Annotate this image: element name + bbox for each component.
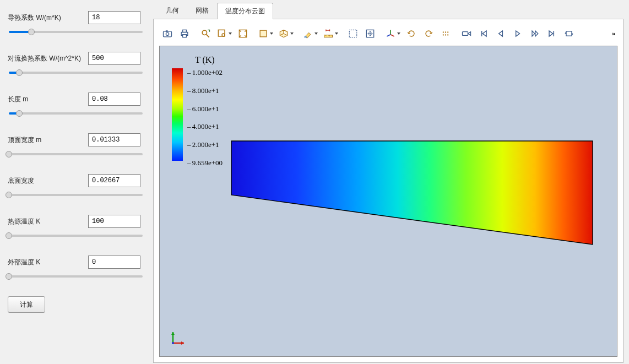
print-icon[interactable]: [176, 26, 193, 41]
clear-scene-icon[interactable]: [300, 26, 320, 41]
svg-rect-8: [218, 30, 225, 36]
param-label: 长度 m: [8, 95, 88, 104]
legend-tick: 1.000e+02: [187, 68, 223, 77]
param-input[interactable]: [88, 93, 140, 106]
compute-button[interactable]: 计算: [8, 296, 45, 313]
param-slider[interactable]: [8, 231, 145, 240]
param-input[interactable]: [88, 11, 140, 24]
svg-rect-11: [260, 30, 267, 37]
svg-marker-23: [231, 141, 593, 245]
param-block: 顶面宽度 m: [8, 133, 145, 159]
svg-rect-5: [183, 35, 187, 37]
param-input[interactable]: [88, 215, 140, 228]
rotate-cw-icon[interactable]: [420, 26, 437, 41]
svg-rect-14: [349, 30, 356, 37]
zoom-extents-box-icon[interactable]: [235, 26, 251, 41]
param-slider[interactable]: [8, 150, 145, 159]
param-label: 导热系数 W/(m*K): [8, 13, 88, 23]
select-box-icon[interactable]: [345, 26, 361, 41]
svg-point-17: [443, 34, 444, 35]
param-label: 顶面宽度 m: [8, 135, 88, 145]
param-slider[interactable]: [8, 109, 145, 118]
svg-rect-22: [463, 32, 468, 36]
svg-point-9: [222, 34, 225, 36]
canvas-container: » T (K) 1.000e+028.000e+16.000e+14.000e+…: [153, 19, 623, 363]
param-slider[interactable]: [8, 28, 145, 36]
loop-icon[interactable]: [561, 26, 577, 41]
measure-icon[interactable]: [321, 26, 340, 41]
main-pane: 几何网格温度分布云图: [153, 0, 629, 364]
param-slider[interactable]: [8, 191, 145, 199]
legend-tick: 2.000e+1: [187, 140, 223, 149]
param-block: 导热系数 W/(m*K): [8, 11, 145, 36]
param-block: 长度 m: [8, 93, 145, 118]
legend-tick: 8.000e+1: [187, 86, 223, 95]
prev-frame-icon[interactable]: [492, 26, 509, 41]
svg-point-19: [445, 34, 446, 35]
param-input[interactable]: [88, 174, 140, 187]
param-label: 底面宽度: [8, 176, 88, 186]
param-input[interactable]: [88, 256, 140, 269]
svg-rect-0: [164, 31, 172, 37]
rotate-settings-icon[interactable]: [437, 26, 454, 41]
svg-point-18: [445, 31, 446, 32]
svg-rect-4: [183, 30, 187, 32]
viewport-3d[interactable]: T (K) 1.000e+028.000e+16.000e+14.000e+12…: [159, 46, 617, 357]
tab-0[interactable]: 几何: [158, 2, 187, 19]
svg-point-6: [202, 30, 207, 35]
param-block: 对流换热系数 W/(m^2*K): [8, 52, 145, 77]
param-slider[interactable]: [8, 68, 145, 77]
svg-point-20: [447, 31, 448, 32]
pan-icon[interactable]: [362, 26, 378, 41]
param-input[interactable]: [88, 52, 140, 65]
param-block: 外部温度 K: [8, 256, 145, 281]
next-frame-icon[interactable]: [527, 26, 543, 41]
viewer-toolbar: »: [159, 25, 617, 42]
param-input[interactable]: [88, 133, 140, 146]
legend-tick: 9.659e+00: [187, 159, 223, 167]
axis-triad-icon: [167, 329, 187, 349]
animation-record-icon[interactable]: [458, 26, 475, 41]
result-surface: [230, 140, 594, 247]
legend-title: T (K): [195, 55, 223, 65]
zoom-box-icon[interactable]: [214, 26, 234, 41]
param-block: 热源温度 K: [8, 215, 145, 240]
axes-toggle-icon[interactable]: [383, 26, 403, 41]
svg-point-21: [447, 34, 448, 35]
param-label: 对流换热系数 W/(m^2*K): [8, 54, 88, 63]
color-legend: T (K) 1.000e+028.000e+16.000e+14.000e+12…: [172, 55, 223, 167]
legend-tick: 6.000e+1: [187, 105, 223, 113]
param-label: 热源温度 K: [8, 217, 88, 226]
legend-tick: 4.000e+1: [187, 122, 223, 131]
svg-point-16: [443, 31, 444, 32]
zoom-to-extents-icon[interactable]: [197, 26, 214, 41]
play-icon[interactable]: [509, 26, 526, 41]
tab-2[interactable]: 温度分布云图: [217, 3, 273, 19]
param-label: 外部温度 K: [8, 258, 88, 267]
view-iso-icon[interactable]: [276, 26, 296, 41]
toolbar-overflow-icon[interactable]: »: [610, 28, 617, 39]
view-xy-icon[interactable]: [256, 26, 275, 41]
parameters-sidebar: 导热系数 W/(m*K)对流换热系数 W/(m^2*K)长度 m顶面宽度 m底面…: [0, 0, 153, 364]
param-slider[interactable]: [8, 272, 145, 281]
svg-line-7: [207, 35, 209, 37]
svg-rect-2: [166, 30, 168, 32]
tab-1[interactable]: 网格: [187, 2, 217, 19]
last-frame-icon[interactable]: [544, 26, 560, 41]
legend-ticks: 1.000e+028.000e+16.000e+14.000e+12.000e+…: [187, 68, 223, 167]
screenshot-icon[interactable]: [159, 26, 176, 41]
rotate-ccw-icon[interactable]: [403, 26, 420, 41]
legend-colorbar: [172, 68, 183, 161]
first-frame-icon[interactable]: [475, 26, 492, 41]
svg-point-26: [172, 342, 174, 344]
tab-bar: 几何网格温度分布云图: [153, 2, 629, 19]
svg-point-1: [166, 32, 169, 35]
svg-rect-12: [304, 36, 307, 38]
param-block: 底面宽度: [8, 174, 145, 199]
